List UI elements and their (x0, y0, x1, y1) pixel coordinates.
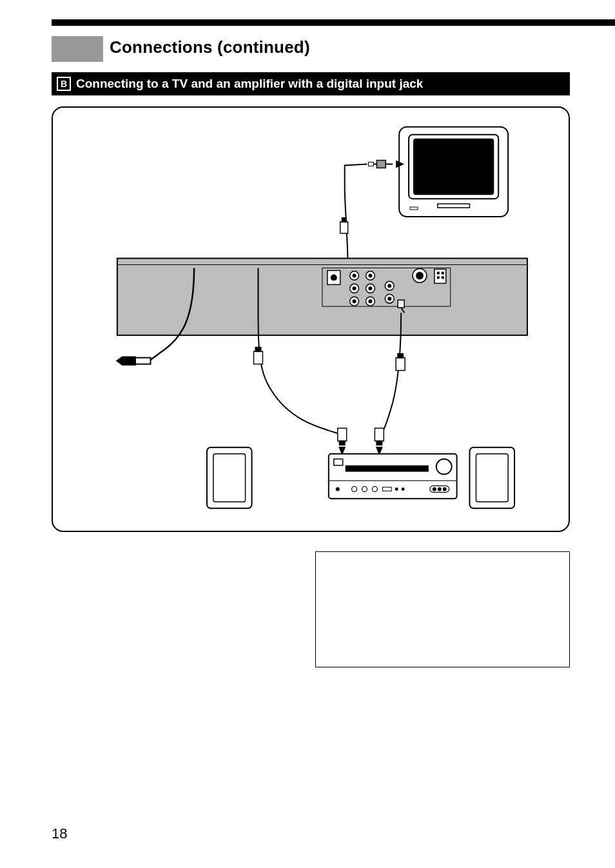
svg-rect-45 (338, 428, 347, 441)
title-accent-block (52, 36, 103, 62)
svg-rect-34 (434, 269, 446, 283)
amplifier-icon (329, 454, 457, 499)
svg-rect-38 (442, 276, 444, 279)
svg-rect-6 (376, 161, 386, 168)
svg-point-29 (387, 284, 391, 288)
svg-point-62 (395, 488, 398, 491)
svg-rect-8 (368, 162, 373, 166)
svg-rect-56 (346, 466, 429, 472)
svg-point-55 (436, 459, 452, 475)
svg-rect-51 (376, 441, 382, 445)
svg-marker-47 (340, 448, 345, 454)
svg-point-23 (368, 273, 372, 277)
svg-rect-2 (413, 139, 494, 195)
svg-point-33 (416, 271, 424, 279)
svg-point-15 (331, 274, 337, 281)
svg-rect-10 (342, 218, 346, 222)
svg-point-27 (368, 299, 372, 303)
dvd-player-icon (117, 259, 527, 335)
svg-rect-9 (340, 222, 348, 233)
svg-point-21 (353, 299, 356, 303)
svg-point-65 (433, 487, 436, 491)
manual-page: Connections (continued) B Connecting to … (0, 0, 615, 868)
header-rule (52, 19, 615, 26)
svg-point-19 (353, 286, 356, 290)
svg-point-25 (368, 286, 372, 290)
speaker-left-icon (207, 448, 252, 508)
subsection-band: B Connecting to a TV and an amplifier wi… (52, 72, 570, 95)
section-title: Connections (continued) (110, 37, 310, 57)
svg-rect-44 (256, 348, 261, 351)
svg-rect-3 (438, 204, 470, 208)
svg-rect-70 (213, 454, 246, 502)
svg-marker-42 (117, 357, 135, 365)
svg-point-66 (438, 487, 442, 491)
notes-box (315, 551, 570, 667)
svg-rect-36 (442, 271, 444, 274)
svg-point-63 (402, 488, 405, 491)
svg-point-67 (443, 487, 447, 491)
video-cable (340, 164, 367, 269)
svg-rect-41 (135, 358, 151, 364)
svg-point-57 (336, 487, 340, 491)
svg-marker-52 (376, 448, 382, 454)
subsection-badge: B (57, 77, 71, 91)
speaker-right-icon (469, 448, 514, 508)
svg-point-17 (353, 273, 356, 277)
subsection-heading: Connecting to a TV and an amplifier with… (76, 77, 423, 91)
tv-icon (399, 127, 508, 217)
svg-rect-50 (375, 428, 384, 441)
diagram-svg (53, 108, 569, 531)
svg-rect-49 (398, 354, 403, 358)
svg-rect-35 (437, 271, 440, 274)
page-number: 18 (52, 825, 67, 842)
svg-rect-39 (398, 300, 404, 308)
svg-point-31 (387, 297, 391, 301)
svg-rect-48 (396, 358, 405, 371)
svg-rect-37 (437, 276, 440, 279)
svg-rect-46 (340, 441, 345, 445)
svg-rect-43 (254, 351, 263, 364)
svg-rect-72 (476, 454, 508, 502)
connection-diagram (52, 106, 570, 532)
